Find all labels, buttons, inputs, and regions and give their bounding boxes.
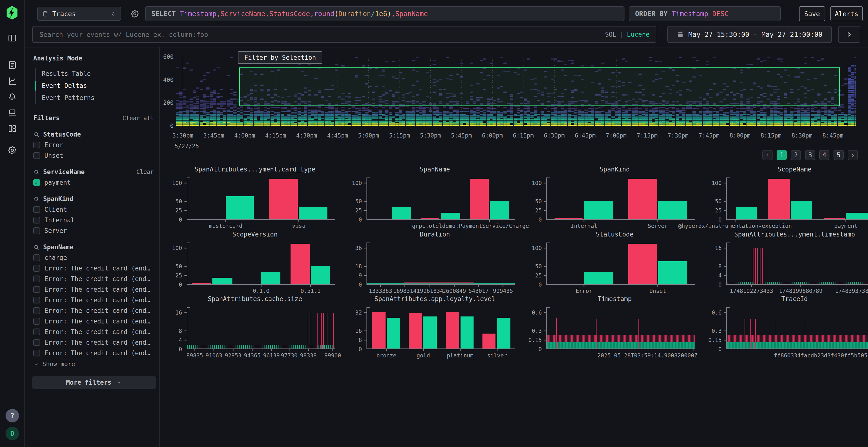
checkbox[interactable] — [33, 350, 40, 356]
sessions-icon[interactable] — [7, 108, 17, 117]
filter-group: StatusCodeErrorUnset — [33, 131, 154, 159]
filter-by-selection-button[interactable]: Filter by Selection — [238, 51, 322, 64]
filter-option[interactable]: Error: The credit card (end… — [33, 328, 154, 336]
x-axis-tick-mark — [252, 348, 253, 351]
orderby-input[interactable]: ORDER BY Timestamp DESC — [629, 6, 781, 21]
show-more-link[interactable]: Show more — [33, 360, 154, 368]
clear-all-link[interactable]: Clear all — [123, 115, 154, 122]
checkbox[interactable] — [33, 339, 40, 346]
play-icon — [845, 31, 853, 38]
y-axis-tick-mark — [724, 312, 727, 313]
chart-duration: Duration36189013333631698314199618342600… — [346, 231, 523, 294]
filter-option[interactable]: Client — [33, 206, 154, 213]
filter-option[interactable]: Error: The credit card (end… — [33, 349, 154, 357]
checkbox[interactable] — [33, 152, 40, 159]
filter-option[interactable]: Error: The credit card (end… — [33, 275, 154, 282]
y-axis-tick-label: 50 — [715, 198, 723, 204]
pagination-page-3[interactable]: 3 — [805, 150, 815, 160]
filter-option[interactable]: Server — [33, 227, 154, 234]
y-axis-tick-label: 4 — [718, 272, 723, 279]
pagination-page-4[interactable]: 4 — [819, 150, 830, 160]
filter-option[interactable]: Unset — [33, 152, 154, 159]
query-token: 1e6 — [375, 10, 387, 18]
checkbox[interactable] — [33, 217, 40, 224]
checkbox[interactable] — [33, 318, 40, 325]
clear-group-link[interactable]: Clear — [136, 169, 154, 175]
filter-option[interactable]: Error: The credit card (end… — [33, 286, 154, 293]
save-button[interactable]: Save — [799, 6, 825, 21]
run-query-button[interactable] — [838, 26, 860, 43]
checkbox[interactable] — [33, 227, 40, 234]
heatmap-xtick-label: 5:00pm — [358, 132, 379, 139]
bar-green — [299, 207, 328, 219]
panels-icon[interactable] — [7, 33, 17, 43]
source-settings-icon[interactable] — [130, 9, 140, 18]
settings-icon[interactable] — [7, 145, 17, 155]
chart-icon[interactable] — [7, 76, 17, 86]
checkbox[interactable]: ✓ — [33, 179, 40, 186]
y-axis-tick-label: 32 — [355, 309, 364, 316]
source-select[interactable]: Traces — [37, 7, 121, 21]
pagination-next[interactable]: › — [848, 150, 858, 160]
checkbox[interactable] — [33, 206, 40, 213]
filter-option[interactable]: Error: The credit card (end… — [33, 265, 154, 272]
select-query-input[interactable]: SELECT Timestamp,ServiceName,StatusCode,… — [145, 6, 624, 21]
filter-option-label: Error: The credit card (end… — [44, 328, 150, 336]
filter-option[interactable]: Error: The credit card (end… — [33, 339, 154, 346]
checkbox[interactable] — [33, 276, 40, 282]
checkbox[interactable] — [33, 265, 40, 272]
analysis-mode-item[interactable]: Event Patterns — [36, 92, 154, 104]
filter-group-header: SpanName — [33, 243, 154, 251]
x-axis-tick-label: 999435 — [493, 288, 513, 294]
dashboards-icon[interactable] — [7, 124, 17, 133]
avatar[interactable]: D — [5, 427, 19, 440]
analysis-mode-item[interactable]: Event Deltas — [36, 80, 154, 92]
checkbox[interactable] — [33, 286, 40, 293]
checkbox[interactable] — [33, 307, 40, 314]
pagination-page-5[interactable]: 5 — [834, 150, 844, 160]
filter-option[interactable]: Error — [33, 141, 154, 148]
filter-option[interactable]: charge — [33, 254, 154, 261]
bar-red — [290, 244, 310, 284]
alerts-button[interactable]: Alerts — [830, 6, 863, 21]
bar-green — [261, 272, 280, 284]
pagination-page-2[interactable]: 2 — [791, 150, 801, 160]
red-spike — [333, 313, 334, 348]
filter-option[interactable]: ✓payment — [33, 179, 154, 186]
checkbox[interactable] — [33, 297, 40, 304]
chart-spankind: SpanKind10050250InternalServer — [526, 166, 703, 229]
y-axis-tick-label: 25 — [715, 207, 723, 214]
pagination-prev[interactable]: ‹ — [763, 150, 773, 160]
checkbox[interactable] — [33, 142, 40, 148]
red-spike — [639, 319, 639, 348]
filter-option[interactable]: Error: The credit card (end… — [33, 307, 154, 314]
query-token: , — [217, 10, 221, 18]
heatmap-selection-box[interactable] — [239, 67, 840, 106]
pagination-page-1[interactable]: 1 — [777, 150, 787, 160]
filters-heading: Filters — [33, 114, 60, 122]
checkbox[interactable] — [33, 329, 40, 335]
filter-option-label: Unset — [44, 152, 63, 159]
red-spike — [763, 248, 763, 284]
hyperdx-logo-icon[interactable] — [5, 5, 19, 20]
bell-icon[interactable] — [7, 92, 17, 102]
x-axis-tick-mark — [657, 219, 658, 222]
analysis-mode-item[interactable]: Results Table — [36, 68, 154, 80]
red-spike — [745, 319, 745, 348]
search-input[interactable] — [39, 31, 605, 38]
header: Traces SELECT Timestamp,ServiceName,Stat… — [25, 0, 868, 47]
filter-option[interactable]: Error: The credit card (end… — [33, 297, 154, 304]
sql-toggle[interactable]: SQL — [605, 31, 616, 38]
help-button[interactable]: ? — [5, 409, 19, 422]
filter-option[interactable]: Internal — [33, 216, 154, 224]
more-filters-button[interactable]: More filters — [32, 376, 156, 389]
filter-option[interactable]: Error: The credit card (end… — [33, 318, 154, 325]
chart-plot: 10050250@hyperdx/instrumentation-excepti… — [726, 178, 868, 220]
lucene-toggle[interactable]: Lucene — [627, 31, 650, 38]
checkbox[interactable] — [33, 254, 40, 261]
date-range-picker[interactable]: May 27 15:30:00 - May 27 21:00:00 — [668, 26, 832, 43]
logs-icon[interactable] — [7, 60, 17, 70]
heatmap-xtick-label: 7:45pm — [699, 132, 719, 139]
query-token: / — [371, 10, 375, 18]
y-axis-tick-label: 0.3 — [532, 328, 544, 334]
